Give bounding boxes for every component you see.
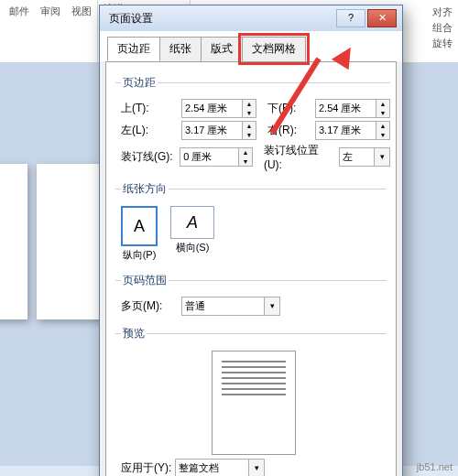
preview-icon [212,351,296,455]
multi-pages[interactable]: 普通▾ [181,297,280,316]
margins-group: 页边距 上(T): 2.54 厘米▲▼ 下(B): 2.54 厘米▲▼ 左(L)… [115,75,390,176]
ribbon-tab[interactable]: 邮件 [9,5,29,18]
ribbon-tabs: 邮件 审阅 视图 [4,0,98,62]
dialog-body: 页边距 上(T): 2.54 厘米▲▼ 下(B): 2.54 厘米▲▼ 左(L)… [105,61,397,466]
orientation-portrait[interactable]: A纵向(P) [121,206,158,262]
help-button[interactable]: ? [336,9,365,27]
landscape-icon: A [170,206,214,239]
tab-grid[interactable]: 文档网格 [242,37,306,61]
page [0,164,27,319]
preview-group: 预览 应用于(Y): 整篇文档▾ [115,326,387,466]
portrait-icon: A [121,206,158,246]
dialog-title: 页面设置 [109,11,334,27]
titlebar[interactable]: 页面设置 ? ✕ [100,5,402,31]
ribbon-tab[interactable]: 审阅 [40,5,60,18]
tab-paper[interactable]: 纸张 [159,37,202,61]
orientation-landscape[interactable]: A横向(S) [170,206,214,262]
apply-to[interactable]: 整篇文档▾ [175,459,265,466]
page-setup-dialog: 页面设置 ? ✕ 页边距 纸张 版式 文档网格 页边距 上(T): 2.54 厘… [99,5,403,466]
gutter-position[interactable]: 左▾ [339,147,391,167]
arrange-tools: 对齐 组合 旋转 [432,5,453,50]
pages-group: 页码范围 多页(M): 普通▾ [115,273,387,320]
margin-right[interactable]: 3.17 厘米▲▼ [315,121,390,140]
margin-bottom[interactable]: 2.54 厘米▲▼ [315,99,390,118]
tab-margins[interactable]: 页边距 [107,37,160,61]
orientation-group: 纸张方向 A纵向(P) A横向(S) [115,181,387,267]
tab-layout[interactable]: 版式 [201,37,243,61]
margin-left[interactable]: 3.17 厘米▲▼ [181,121,256,140]
ribbon-tab[interactable]: 视图 [71,5,92,18]
gutter[interactable]: 0 厘米▲▼ [180,147,253,167]
margin-top[interactable]: 2.54 厘米▲▼ [181,99,256,118]
watermark: jb51.net [417,461,453,466]
close-button[interactable]: ✕ [367,9,397,27]
